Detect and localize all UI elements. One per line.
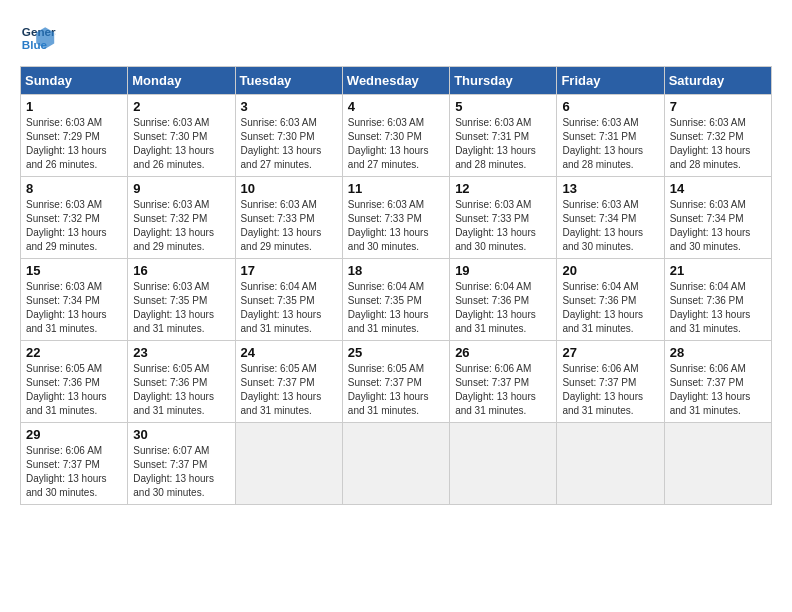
- calendar-cell: 28Sunrise: 6:06 AM Sunset: 7:37 PM Dayli…: [664, 341, 771, 423]
- day-info: Sunrise: 6:03 AM Sunset: 7:30 PM Dayligh…: [133, 116, 229, 172]
- calendar-cell: 17Sunrise: 6:04 AM Sunset: 7:35 PM Dayli…: [235, 259, 342, 341]
- day-number: 28: [670, 345, 766, 360]
- calendar-cell: 1Sunrise: 6:03 AM Sunset: 7:29 PM Daylig…: [21, 95, 128, 177]
- day-number: 8: [26, 181, 122, 196]
- day-number: 24: [241, 345, 337, 360]
- day-info: Sunrise: 6:04 AM Sunset: 7:35 PM Dayligh…: [348, 280, 444, 336]
- day-info: Sunrise: 6:03 AM Sunset: 7:34 PM Dayligh…: [26, 280, 122, 336]
- day-number: 18: [348, 263, 444, 278]
- day-number: 15: [26, 263, 122, 278]
- day-info: Sunrise: 6:04 AM Sunset: 7:36 PM Dayligh…: [455, 280, 551, 336]
- day-info: Sunrise: 6:03 AM Sunset: 7:31 PM Dayligh…: [455, 116, 551, 172]
- calendar-week-4: 29Sunrise: 6:06 AM Sunset: 7:37 PM Dayli…: [21, 423, 772, 505]
- calendar-cell: [342, 423, 449, 505]
- calendar-cell: 13Sunrise: 6:03 AM Sunset: 7:34 PM Dayli…: [557, 177, 664, 259]
- day-info: Sunrise: 6:04 AM Sunset: 7:36 PM Dayligh…: [562, 280, 658, 336]
- day-info: Sunrise: 6:03 AM Sunset: 7:30 PM Dayligh…: [348, 116, 444, 172]
- calendar-cell: 23Sunrise: 6:05 AM Sunset: 7:36 PM Dayli…: [128, 341, 235, 423]
- calendar-cell: 10Sunrise: 6:03 AM Sunset: 7:33 PM Dayli…: [235, 177, 342, 259]
- day-number: 3: [241, 99, 337, 114]
- header-sunday: Sunday: [21, 67, 128, 95]
- day-number: 9: [133, 181, 229, 196]
- day-number: 5: [455, 99, 551, 114]
- day-info: Sunrise: 6:06 AM Sunset: 7:37 PM Dayligh…: [562, 362, 658, 418]
- day-info: Sunrise: 6:04 AM Sunset: 7:35 PM Dayligh…: [241, 280, 337, 336]
- calendar-cell: 2Sunrise: 6:03 AM Sunset: 7:30 PM Daylig…: [128, 95, 235, 177]
- day-info: Sunrise: 6:03 AM Sunset: 7:34 PM Dayligh…: [670, 198, 766, 254]
- day-info: Sunrise: 6:03 AM Sunset: 7:34 PM Dayligh…: [562, 198, 658, 254]
- day-number: 29: [26, 427, 122, 442]
- day-number: 25: [348, 345, 444, 360]
- day-info: Sunrise: 6:03 AM Sunset: 7:32 PM Dayligh…: [670, 116, 766, 172]
- day-info: Sunrise: 6:03 AM Sunset: 7:30 PM Dayligh…: [241, 116, 337, 172]
- calendar-cell: 29Sunrise: 6:06 AM Sunset: 7:37 PM Dayli…: [21, 423, 128, 505]
- day-number: 6: [562, 99, 658, 114]
- day-info: Sunrise: 6:03 AM Sunset: 7:31 PM Dayligh…: [562, 116, 658, 172]
- logo-icon: General Blue: [20, 20, 56, 56]
- day-number: 17: [241, 263, 337, 278]
- calendar-cell: 30Sunrise: 6:07 AM Sunset: 7:37 PM Dayli…: [128, 423, 235, 505]
- calendar-cell: 21Sunrise: 6:04 AM Sunset: 7:36 PM Dayli…: [664, 259, 771, 341]
- day-number: 7: [670, 99, 766, 114]
- day-info: Sunrise: 6:03 AM Sunset: 7:35 PM Dayligh…: [133, 280, 229, 336]
- calendar-week-0: 1Sunrise: 6:03 AM Sunset: 7:29 PM Daylig…: [21, 95, 772, 177]
- calendar-cell: 6Sunrise: 6:03 AM Sunset: 7:31 PM Daylig…: [557, 95, 664, 177]
- day-number: 13: [562, 181, 658, 196]
- calendar-cell: 5Sunrise: 6:03 AM Sunset: 7:31 PM Daylig…: [450, 95, 557, 177]
- day-info: Sunrise: 6:04 AM Sunset: 7:36 PM Dayligh…: [670, 280, 766, 336]
- day-number: 14: [670, 181, 766, 196]
- day-number: 10: [241, 181, 337, 196]
- day-number: 1: [26, 99, 122, 114]
- header-saturday: Saturday: [664, 67, 771, 95]
- day-number: 23: [133, 345, 229, 360]
- day-info: Sunrise: 6:03 AM Sunset: 7:32 PM Dayligh…: [26, 198, 122, 254]
- day-number: 30: [133, 427, 229, 442]
- calendar-cell: 18Sunrise: 6:04 AM Sunset: 7:35 PM Dayli…: [342, 259, 449, 341]
- calendar-cell: [664, 423, 771, 505]
- calendar-week-3: 22Sunrise: 6:05 AM Sunset: 7:36 PM Dayli…: [21, 341, 772, 423]
- day-number: 11: [348, 181, 444, 196]
- calendar-cell: 20Sunrise: 6:04 AM Sunset: 7:36 PM Dayli…: [557, 259, 664, 341]
- calendar-cell: 9Sunrise: 6:03 AM Sunset: 7:32 PM Daylig…: [128, 177, 235, 259]
- calendar-week-2: 15Sunrise: 6:03 AM Sunset: 7:34 PM Dayli…: [21, 259, 772, 341]
- calendar-cell: 25Sunrise: 6:05 AM Sunset: 7:37 PM Dayli…: [342, 341, 449, 423]
- header-wednesday: Wednesday: [342, 67, 449, 95]
- calendar-cell: 24Sunrise: 6:05 AM Sunset: 7:37 PM Dayli…: [235, 341, 342, 423]
- day-number: 26: [455, 345, 551, 360]
- header-monday: Monday: [128, 67, 235, 95]
- logo: General Blue: [20, 20, 60, 56]
- calendar-cell: [557, 423, 664, 505]
- calendar-cell: 19Sunrise: 6:04 AM Sunset: 7:36 PM Dayli…: [450, 259, 557, 341]
- day-number: 21: [670, 263, 766, 278]
- day-number: 20: [562, 263, 658, 278]
- header-friday: Friday: [557, 67, 664, 95]
- calendar-cell: 14Sunrise: 6:03 AM Sunset: 7:34 PM Dayli…: [664, 177, 771, 259]
- day-info: Sunrise: 6:03 AM Sunset: 7:29 PM Dayligh…: [26, 116, 122, 172]
- day-info: Sunrise: 6:07 AM Sunset: 7:37 PM Dayligh…: [133, 444, 229, 500]
- day-number: 12: [455, 181, 551, 196]
- day-info: Sunrise: 6:05 AM Sunset: 7:37 PM Dayligh…: [241, 362, 337, 418]
- calendar-table: SundayMondayTuesdayWednesdayThursdayFrid…: [20, 66, 772, 505]
- day-info: Sunrise: 6:03 AM Sunset: 7:33 PM Dayligh…: [241, 198, 337, 254]
- calendar-header-row: SundayMondayTuesdayWednesdayThursdayFrid…: [21, 67, 772, 95]
- calendar-cell: [450, 423, 557, 505]
- calendar-cell: 26Sunrise: 6:06 AM Sunset: 7:37 PM Dayli…: [450, 341, 557, 423]
- day-number: 19: [455, 263, 551, 278]
- calendar-cell: 3Sunrise: 6:03 AM Sunset: 7:30 PM Daylig…: [235, 95, 342, 177]
- day-info: Sunrise: 6:03 AM Sunset: 7:32 PM Dayligh…: [133, 198, 229, 254]
- day-info: Sunrise: 6:05 AM Sunset: 7:36 PM Dayligh…: [133, 362, 229, 418]
- calendar-cell: 27Sunrise: 6:06 AM Sunset: 7:37 PM Dayli…: [557, 341, 664, 423]
- day-number: 16: [133, 263, 229, 278]
- calendar-cell: 4Sunrise: 6:03 AM Sunset: 7:30 PM Daylig…: [342, 95, 449, 177]
- day-info: Sunrise: 6:03 AM Sunset: 7:33 PM Dayligh…: [348, 198, 444, 254]
- day-number: 4: [348, 99, 444, 114]
- day-info: Sunrise: 6:06 AM Sunset: 7:37 PM Dayligh…: [26, 444, 122, 500]
- calendar-cell: 16Sunrise: 6:03 AM Sunset: 7:35 PM Dayli…: [128, 259, 235, 341]
- calendar-cell: 11Sunrise: 6:03 AM Sunset: 7:33 PM Dayli…: [342, 177, 449, 259]
- day-info: Sunrise: 6:03 AM Sunset: 7:33 PM Dayligh…: [455, 198, 551, 254]
- day-info: Sunrise: 6:06 AM Sunset: 7:37 PM Dayligh…: [455, 362, 551, 418]
- day-info: Sunrise: 6:06 AM Sunset: 7:37 PM Dayligh…: [670, 362, 766, 418]
- calendar-cell: 12Sunrise: 6:03 AM Sunset: 7:33 PM Dayli…: [450, 177, 557, 259]
- day-number: 22: [26, 345, 122, 360]
- day-number: 27: [562, 345, 658, 360]
